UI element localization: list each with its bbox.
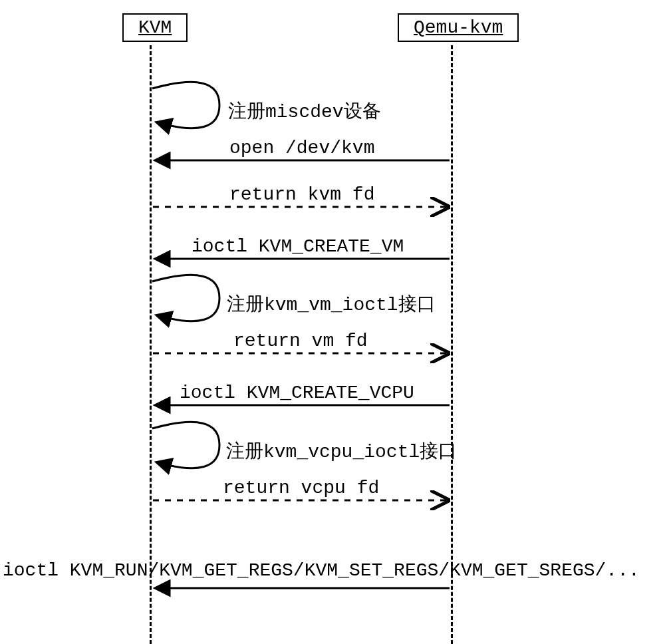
label-ioctl-create-vm: ioctl KVM_CREATE_VM <box>192 236 404 257</box>
label-return-vcpu-fd: return vcpu fd <box>223 478 379 498</box>
label-register-miscdev: 注册miscdev设备 <box>228 98 381 124</box>
label-return-vm-fd: return vm fd <box>233 331 368 351</box>
participant-qemu-kvm: Qemu-kvm <box>398 13 519 42</box>
participant-kvm: KVM <box>122 13 188 42</box>
arrow-self-miscdev <box>152 82 219 128</box>
diagram-svg <box>0 0 665 644</box>
arrow-self-vm-ioctl <box>152 275 219 321</box>
lifeline-kvm <box>150 45 152 644</box>
label-ioctl-create-vcpu: ioctl KVM_CREATE_VCPU <box>180 383 414 403</box>
label-register-vm-ioctl: 注册kvm_vm_ioctl接口 <box>227 291 436 317</box>
lifeline-qemu-kvm <box>451 45 453 644</box>
arrow-self-vcpu-ioctl <box>152 422 219 468</box>
label-register-vcpu-ioctl: 注册kvm_vcpu_ioctl接口 <box>226 438 457 464</box>
label-ioctl-runs: ioctl KVM_RUN/KVM_GET_REGS/KVM_SET_REGS/… <box>3 560 640 581</box>
label-return-kvm-fd: return kvm fd <box>229 184 374 205</box>
label-open-dev-kvm: open /dev/kvm <box>229 138 374 158</box>
